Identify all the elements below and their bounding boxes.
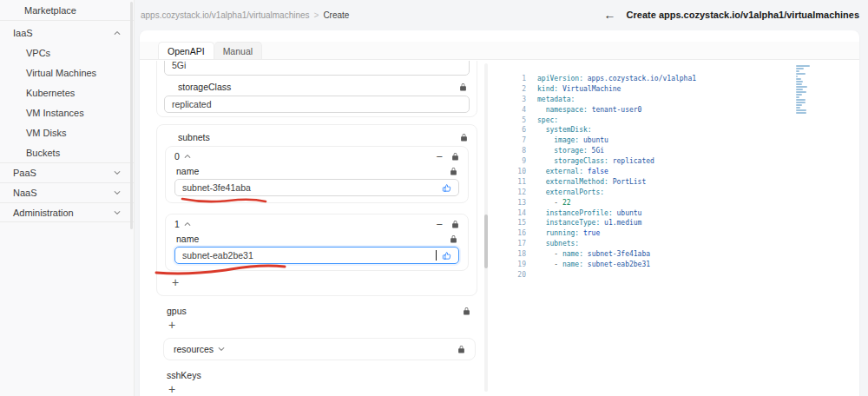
collapse-up-icon[interactable] xyxy=(184,153,191,160)
sidebar-nav: MarketplaceIaaSVPCsVirtual MachinesKuber… xyxy=(0,0,134,222)
sshkeys-header: sshKeys xyxy=(163,369,472,381)
add-subnet-button[interactable]: + xyxy=(172,276,184,288)
minimap-line xyxy=(796,96,799,98)
line-number: 8 xyxy=(509,146,526,156)
resources-collapse[interactable]: resources xyxy=(163,338,476,360)
lock-icon xyxy=(457,345,465,353)
chevron-down-icon xyxy=(218,346,225,353)
create-form-card: OpenAPI Manual 5Gi storageClass replicat… xyxy=(140,30,859,396)
sidebar-item-label: PaaS xyxy=(13,168,36,178)
minimap-line xyxy=(796,102,806,103)
sidebar-item-label: Administration xyxy=(13,208,74,218)
sidebar-item-vm-instances[interactable]: VM Instances xyxy=(0,102,134,122)
sidebar-item-administration[interactable]: Administration xyxy=(0,202,134,222)
code-line: 11 externalMethod: PortList xyxy=(509,177,852,188)
subnet-item-1: 1−namesubnet-eab2be31 xyxy=(165,214,469,271)
sidebar-item-vm-disks[interactable]: VM Disks xyxy=(0,122,134,142)
lock-icon xyxy=(459,82,467,91)
page-title: Create apps.cozystack.io/v1alpha1/virtua… xyxy=(627,10,859,20)
minimap-line xyxy=(796,86,807,88)
add-sshkey-button[interactable]: + xyxy=(168,383,181,395)
form-scrollbar[interactable] xyxy=(484,63,488,392)
code-line: 14 instanceProfile: ubuntu xyxy=(509,208,852,219)
sidebar: MarketplaceIaaSVPCsVirtual MachinesKuber… xyxy=(0,0,135,396)
topbar: apps.cozystack.io/v1alpha1/virtualmachin… xyxy=(135,0,868,30)
storage-input[interactable]: 5Gi xyxy=(164,61,470,76)
code-text: - name: subnet-3fe41aba xyxy=(526,249,650,260)
sidebar-item-paas[interactable]: PaaS xyxy=(0,162,134,182)
sidebar-item-buckets[interactable]: Buckets xyxy=(0,142,134,162)
sidebar-item-iaas[interactable]: IaaS xyxy=(0,23,134,43)
yaml-editor[interactable]: 1apiVersion: apps.cozystack.io/v1alpha12… xyxy=(498,62,852,395)
subnet-item-index[interactable]: 1 xyxy=(174,219,191,229)
breadcrumb: apps.cozystack.io/v1alpha1/virtualmachin… xyxy=(141,10,349,20)
sshkeys-section: sshKeys + xyxy=(163,369,472,395)
minimap-line xyxy=(796,89,803,90)
gpus-header: gpus xyxy=(163,305,472,317)
subnet-item-index[interactable]: 0 xyxy=(174,151,191,162)
minimap-line xyxy=(796,91,806,93)
minimap-line xyxy=(796,68,804,69)
minimap-line xyxy=(796,94,802,96)
subnets-section: subnets 0−namesubnet-3fe41aba1−namesubne… xyxy=(156,124,477,296)
collapse-up-icon[interactable] xyxy=(184,221,191,228)
storage-class-input[interactable]: replicated xyxy=(164,96,470,113)
tabs-bar: OpenAPI Manual xyxy=(140,42,859,60)
line-number: 18 xyxy=(509,249,526,260)
sidebar-item-virtual-machines[interactable]: Virtual Machines xyxy=(0,63,134,82)
add-gpu-button[interactable]: + xyxy=(168,319,181,331)
code-text: - name: subnet-eab2be31 xyxy=(526,260,650,270)
sidebar-item-vpcs[interactable]: VPCs xyxy=(0,43,134,63)
subnet-item-header: 1− xyxy=(174,219,459,229)
code-text: systemDisk: xyxy=(526,125,592,135)
subnet-name-input[interactable]: subnet-eab2be31 xyxy=(174,247,459,264)
line-number: 16 xyxy=(509,228,526,239)
minimap-line xyxy=(796,65,810,67)
line-number: 4 xyxy=(509,105,526,116)
chevron-down-icon xyxy=(114,209,121,216)
sidebar-item-marketplace[interactable]: Marketplace xyxy=(0,0,134,21)
sidebar-item-naas[interactable]: NaaS xyxy=(0,182,134,202)
minimap-line xyxy=(796,81,803,82)
code-line: 13 - 22 xyxy=(509,198,852,208)
code-line: 17 subnets: xyxy=(509,239,852,249)
code-text: instanceType: u1.medium xyxy=(526,218,641,228)
line-number: 15 xyxy=(509,218,526,228)
input-value: replicated xyxy=(172,99,462,109)
thumbs-up-icon[interactable] xyxy=(442,183,451,193)
code-text: metadata: xyxy=(526,95,575,105)
sidebar-item-kubernetes[interactable]: Kubernetes xyxy=(0,82,134,102)
subnet-item-0: 0−namesubnet-3fe41aba xyxy=(165,146,469,203)
input-value: subnet-3fe41aba xyxy=(182,182,437,193)
breadcrumb-path[interactable]: apps.cozystack.io/v1alpha1/virtualmachin… xyxy=(141,10,310,20)
code-text xyxy=(526,270,537,280)
storage-class-row: storageClass xyxy=(164,81,470,93)
minimap-line xyxy=(796,83,802,85)
name-field-row: name xyxy=(174,233,459,244)
sidebar-item-label: Buckets xyxy=(26,148,60,158)
back-arrow-icon[interactable]: ← xyxy=(604,9,616,21)
form-scrollbar-thumb[interactable] xyxy=(484,214,488,268)
sidebar-item-label: Marketplace xyxy=(24,5,76,16)
subnet-name-input[interactable]: subnet-3fe41aba xyxy=(174,179,459,196)
lock-icon xyxy=(450,234,457,243)
text-cursor xyxy=(436,250,437,261)
minimap-line xyxy=(796,107,800,109)
minimap[interactable] xyxy=(796,65,812,117)
sidebar-item-label: Kubernetes xyxy=(26,88,75,98)
remove-item-button[interactable]: − xyxy=(436,219,443,230)
page-header: ← Create apps.cozystack.io/v1alpha1/virt… xyxy=(604,9,859,21)
line-number: 2 xyxy=(509,84,526,95)
thumbs-up-icon[interactable] xyxy=(442,251,451,261)
sidebar-scrollbar[interactable] xyxy=(130,2,133,229)
input-value: subnet-eab2be31 xyxy=(182,250,435,261)
remove-item-button[interactable]: − xyxy=(436,151,443,162)
sshkeys-label: sshKeys xyxy=(167,370,201,380)
line-number: 13 xyxy=(509,198,526,208)
line-number: 9 xyxy=(509,156,526,167)
tab-openapi[interactable]: OpenAPI xyxy=(158,42,214,59)
breadcrumb-current: Create xyxy=(323,10,349,20)
line-number: 10 xyxy=(509,167,526,177)
tab-manual[interactable]: Manual xyxy=(214,42,262,59)
code-text: kind: VirtualMachine xyxy=(526,84,621,95)
